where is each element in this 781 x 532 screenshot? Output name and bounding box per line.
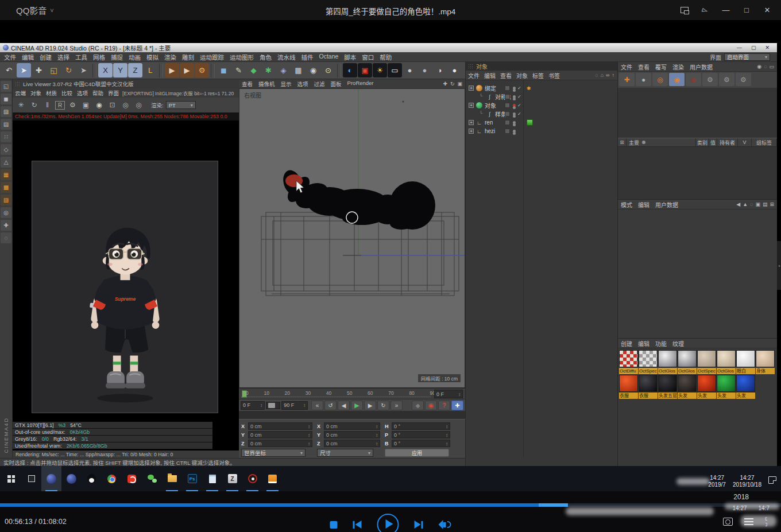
menu-item[interactable]: 创建 bbox=[618, 339, 635, 348]
tag-icon[interactable] bbox=[527, 85, 533, 91]
main-take-row[interactable]: 主要 bbox=[627, 138, 696, 146]
layer-toggle[interactable] bbox=[505, 103, 510, 108]
mini-mode-icon[interactable] bbox=[674, 2, 695, 18]
light-icon[interactable]: ⊙ bbox=[321, 63, 335, 77]
material-ball-icon[interactable]: ◉ bbox=[94, 100, 105, 111]
coordinate-input[interactable]: 0 cm bbox=[248, 422, 312, 430]
rotation-input[interactable]: 0 ° bbox=[392, 440, 450, 447]
tag-icon[interactable] bbox=[527, 128, 533, 134]
menu-item[interactable]: 编辑 bbox=[635, 339, 652, 348]
menu-item[interactable]: 渲染 bbox=[161, 53, 179, 61]
auto-take-icon[interactable]: ◎ bbox=[652, 73, 668, 86]
render-dot[interactable] bbox=[513, 115, 516, 118]
goto-end-button[interactable]: » bbox=[390, 401, 403, 410]
keyframe-button[interactable]: ◆ bbox=[412, 401, 424, 410]
tray-clock-1[interactable]: 14:272019/7 bbox=[708, 475, 726, 488]
texture-mode-icon[interactable]: ▨ bbox=[1, 106, 11, 117]
deformer-icon[interactable]: ✱ bbox=[261, 63, 276, 77]
take-settings-1-icon[interactable]: ⚙ bbox=[702, 73, 718, 86]
size-mode-dropdown[interactable]: 尺寸 bbox=[317, 449, 373, 457]
menu-item[interactable]: 创建 bbox=[37, 53, 55, 61]
expand-icon[interactable] bbox=[478, 94, 484, 99]
generator-icon[interactable]: ◆ bbox=[246, 63, 261, 77]
render-dot[interactable] bbox=[513, 132, 516, 135]
next-frame-button[interactable]: ▶ bbox=[364, 401, 376, 410]
menu-item[interactable]: 覆写 bbox=[652, 63, 670, 71]
menu-item[interactable]: 过滤 bbox=[311, 80, 328, 88]
render-settings-icon[interactable]: ⚙ bbox=[67, 100, 78, 111]
material-swatch[interactable]: OctGlos bbox=[658, 350, 677, 374]
object-tree-item[interactable]: ren bbox=[466, 118, 617, 127]
material-swatch[interactable]: 衣服 bbox=[619, 375, 638, 399]
fullscreen-icon[interactable] bbox=[765, 518, 774, 526]
play-button[interactable]: ▶ bbox=[351, 401, 363, 410]
expand-icon[interactable] bbox=[469, 120, 474, 125]
rotate-icon[interactable]: ↻ bbox=[61, 63, 76, 77]
region-render-icon[interactable]: R bbox=[55, 101, 65, 110]
help-button[interactable]: ? bbox=[438, 401, 450, 410]
new-take-icon[interactable]: ✚ bbox=[619, 73, 635, 86]
coordinate-input[interactable]: 0 cm bbox=[248, 431, 312, 438]
zbrush-taskbar-icon[interactable]: Z bbox=[222, 466, 242, 491]
back-arrow-icon[interactable]: ◀ bbox=[736, 201, 740, 207]
autokey-button[interactable]: ◉ bbox=[425, 401, 437, 410]
menu-item[interactable]: 显示 bbox=[278, 80, 295, 88]
pan-view-icon[interactable]: ✚ bbox=[443, 81, 447, 87]
layer-toggle[interactable] bbox=[505, 120, 510, 125]
render-dot[interactable] bbox=[513, 89, 516, 92]
menu-item[interactable]: ProRender bbox=[345, 80, 377, 88]
menu-item[interactable]: 渲染 bbox=[670, 63, 687, 71]
expand-icon[interactable] bbox=[469, 129, 474, 134]
material-swatch[interactable]: OctGlos bbox=[717, 350, 736, 374]
app-menu[interactable]: QQ影音 ˅ bbox=[16, 4, 54, 16]
model-mode-icon[interactable]: ◼ bbox=[1, 94, 11, 104]
tag-icon[interactable] bbox=[527, 119, 533, 126]
menu-item[interactable]: 运动图形 bbox=[227, 53, 257, 61]
menu-item[interactable]: 对象 bbox=[28, 89, 44, 97]
maximize-view-icon[interactable]: ▣ bbox=[457, 81, 462, 87]
layer-toggle[interactable] bbox=[505, 86, 510, 91]
object-tree-item[interactable]: 对象 bbox=[466, 101, 617, 110]
menu-item[interactable]: 网格 bbox=[90, 53, 108, 61]
uv-mode-icon[interactable]: ▦ bbox=[1, 169, 11, 180]
panel-expander-tab[interactable]: ◂ bbox=[777, 241, 781, 290]
goto-start-button[interactable]: « bbox=[311, 401, 323, 410]
material-swatch[interactable]: OctDiffu bbox=[619, 350, 638, 374]
play-reverse-button[interactable]: ↺ bbox=[324, 401, 337, 410]
menu-item[interactable]: 帮助 bbox=[377, 53, 395, 61]
menu-item[interactable]: 编辑 bbox=[19, 53, 37, 61]
menu-item[interactable]: 帮助 bbox=[90, 89, 106, 97]
octane-diffuse-material-icon[interactable]: ● bbox=[403, 63, 417, 77]
octane-glossy-material-icon[interactable]: ● bbox=[417, 63, 432, 77]
object-tree-item[interactable]: 对称.1 bbox=[466, 92, 617, 101]
chrome-taskbar-icon[interactable] bbox=[102, 466, 122, 491]
menu-item[interactable]: 对象 bbox=[514, 71, 530, 80]
octane-logo-icon[interactable]: ✳ bbox=[16, 100, 26, 111]
search-icon[interactable]: ◌ bbox=[595, 72, 598, 78]
window-minimize-icon[interactable]: — bbox=[737, 45, 742, 51]
menu-item[interactable]: 用户数据 bbox=[652, 200, 681, 209]
start-button[interactable] bbox=[1, 466, 21, 491]
delete-take-icon[interactable]: ◆ bbox=[686, 73, 701, 86]
render-dot[interactable] bbox=[513, 123, 516, 126]
menu-item[interactable]: 选项 bbox=[295, 80, 311, 88]
timeline-ruler[interactable]: 0102030405060708090 0 F bbox=[239, 388, 465, 399]
menu-item[interactable]: 用户数据 bbox=[687, 63, 716, 71]
pick-focus-icon[interactable]: ◎ bbox=[120, 100, 131, 111]
cinema4d-2-taskbar-icon[interactable] bbox=[61, 466, 82, 491]
menu-item[interactable]: 捕捉 bbox=[108, 53, 126, 61]
take-settings-2-icon[interactable]: ⚙ bbox=[719, 73, 734, 86]
pen-spline-icon[interactable]: ✎ bbox=[231, 63, 246, 77]
render-view-icon[interactable]: ▶ bbox=[165, 63, 179, 77]
grid-icon[interactable]: ⊞ bbox=[770, 201, 774, 207]
menu-item[interactable]: 标签 bbox=[530, 71, 546, 80]
stop-button[interactable] bbox=[330, 521, 338, 529]
render-canvas[interactable]: Supreme bbox=[13, 121, 239, 422]
material-swatch[interactable]: 头发 bbox=[736, 375, 755, 399]
menu-item[interactable]: 动画 bbox=[126, 53, 144, 61]
octane-specular-material-icon[interactable]: ◑ bbox=[432, 63, 447, 77]
qqplayer-taskbar-icon[interactable] bbox=[242, 466, 262, 491]
material-swatch[interactable]: 头发 bbox=[678, 375, 697, 399]
axis-x-lock-icon[interactable]: X bbox=[98, 63, 113, 77]
material-swatch[interactable]: 眼白 bbox=[736, 350, 755, 374]
